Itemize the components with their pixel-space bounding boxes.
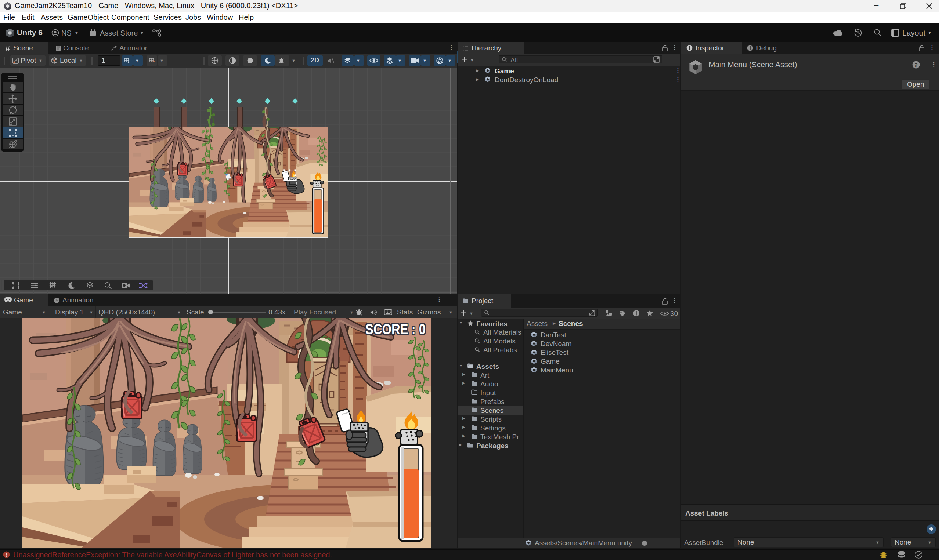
svg-text:?: ? <box>914 62 918 68</box>
